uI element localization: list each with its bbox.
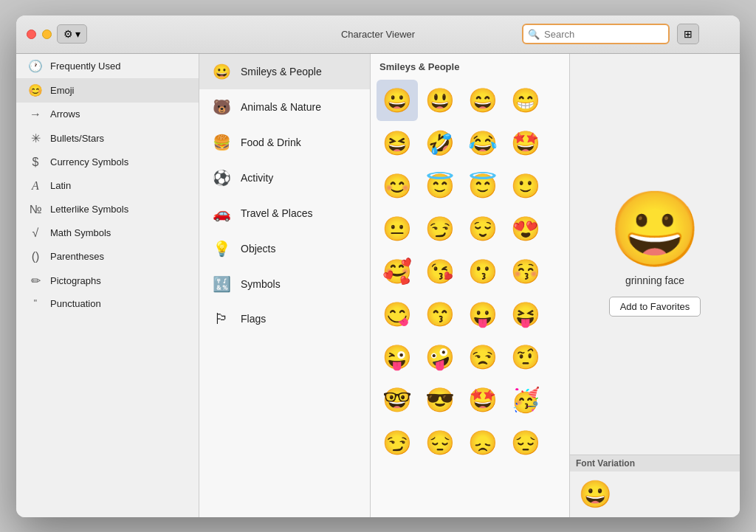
subcategory-label: Objects — [241, 243, 275, 255]
emoji-cell[interactable]: 😔 — [505, 422, 546, 463]
emoji-cell[interactable]: 😙 — [419, 294, 461, 335]
emoji-cell[interactable]: 🤨 — [505, 336, 546, 378]
subcategory-symbols[interactable]: 🔣 Symbols — [199, 266, 370, 302]
sidebar-item-parentheses[interactable]: () Parentheses — [16, 245, 199, 269]
latin-icon: A — [28, 179, 43, 193]
pictographs-icon: ✏ — [28, 274, 43, 288]
sidebar-item-pictographs[interactable]: ✏ Pictographs — [16, 269, 199, 293]
subcategory-label: Activity — [241, 172, 273, 184]
emoji-cell[interactable]: 😚 — [505, 251, 546, 292]
emoji-cell[interactable]: 😛 — [462, 294, 504, 335]
emoji-cell[interactable]: 😞 — [462, 422, 504, 463]
minimize-button[interactable] — [42, 30, 52, 39]
detail-emoji-name: grinning face — [625, 274, 684, 286]
emoji-cell[interactable]: 🤣 — [419, 122, 461, 164]
sidebar-item-emoji[interactable]: 😊 Emoji — [16, 78, 199, 103]
emoji-cell[interactable]: 😁 — [505, 80, 546, 121]
emoji-cell[interactable]: 😄 — [462, 80, 504, 121]
sidebar: 🕐 Frequently Used 😊 Emoji → Arrows ✳ Bul… — [16, 54, 199, 517]
food-icon: 🍔 — [211, 134, 232, 151]
subcategory-label: Travel & Places — [241, 207, 313, 219]
emoji-cell[interactable]: 🙂 — [505, 165, 546, 207]
emoji-cell[interactable]: 🤪 — [419, 336, 461, 378]
sidebar-item-label: Latin — [50, 180, 71, 191]
sidebar-item-math-symbols[interactable]: √ Math Symbols — [16, 221, 199, 245]
subcategory-panel: 😀 Smileys & People 🐻 Animals & Nature 🍔 … — [199, 54, 371, 517]
sidebar-item-letterlike-symbols[interactable]: № Letterlike Symbols — [16, 198, 199, 221]
flags-icon: 🏳 — [211, 311, 232, 328]
sidebar-item-frequently-used[interactable]: 🕐 Frequently Used — [16, 54, 199, 78]
sidebar-item-label: Letterlike Symbols — [50, 204, 128, 215]
emoji-cell[interactable]: 😜 — [377, 336, 418, 378]
emoji-cell[interactable]: 😆 — [377, 122, 418, 164]
subcategory-activity[interactable]: ⚽ Activity — [199, 160, 370, 196]
grid-icon: ⊞ — [684, 28, 693, 40]
punctuation-icon: " — [28, 298, 43, 308]
math-icon: √ — [28, 227, 43, 240]
detail-panel: 😀 grinning face Add to Favorites Font Va… — [570, 54, 740, 517]
letterlike-icon: № — [28, 203, 43, 216]
emoji-cell[interactable]: 😒 — [462, 336, 504, 378]
emoji-cell[interactable]: 😔 — [419, 422, 461, 463]
bullets-icon: ✳ — [28, 131, 43, 145]
sidebar-item-punctuation[interactable]: " Punctuation — [16, 293, 199, 314]
emoji-cell[interactable]: 🤩 — [462, 379, 504, 421]
emoji-cell[interactable]: 😏 — [419, 208, 461, 249]
sidebar-item-label: Parentheses — [50, 251, 104, 262]
emoji-cell[interactable]: 😂 — [462, 122, 504, 164]
sidebar-item-label: Pictographs — [50, 275, 101, 286]
titlebar: ⚙ ▾ Character Viewer 🔍 ⊞ — [16, 15, 740, 54]
activity-icon: ⚽ — [211, 169, 232, 187]
subcategory-label: Flags — [241, 313, 266, 325]
subcategory-label: Animals & Nature — [241, 101, 321, 113]
emoji-cell[interactable]: 🤓 — [377, 379, 418, 421]
emoji-cell[interactable]: 😘 — [419, 251, 461, 292]
main-content: 🕐 Frequently Used 😊 Emoji → Arrows ✳ Bul… — [16, 54, 740, 517]
emoji-cell[interactable]: 😝 — [505, 294, 546, 335]
add-to-favorites-button[interactable]: Add to Favorites — [609, 297, 701, 317]
emoji-cell[interactable]: 😐 — [377, 208, 418, 249]
font-variation-title: Font Variation — [570, 455, 740, 471]
subcategory-animals-nature[interactable]: 🐻 Animals & Nature — [199, 89, 370, 125]
sidebar-item-currency-symbols[interactable]: $ Currency Symbols — [16, 151, 199, 174]
emoji-cell[interactable]: 😊 — [377, 165, 418, 207]
emoji-cell[interactable]: 😎 — [419, 379, 461, 421]
character-viewer-window: ⚙ ▾ Character Viewer 🔍 ⊞ 🕐 Frequently Us… — [16, 15, 740, 517]
smileys-icon: 😀 — [211, 63, 232, 80]
subcategory-label: Food & Drink — [241, 137, 301, 148]
detail-emoji-large: 😀 — [609, 192, 701, 266]
emoji-cell[interactable]: 😀 — [377, 80, 418, 121]
subcategory-objects[interactable]: 💡 Objects — [199, 231, 370, 266]
sidebar-item-arrows[interactable]: → Arrows — [16, 103, 199, 126]
emoji-section-title: Smileys & People — [371, 54, 569, 77]
font-variation-emoji[interactable]: 😀 — [579, 479, 731, 510]
subcategory-food-drink[interactable]: 🍔 Food & Drink — [199, 125, 370, 160]
grid-view-button[interactable]: ⊞ — [677, 24, 699, 44]
emoji-cell[interactable]: 😍 — [505, 208, 546, 249]
sidebar-item-label: Currency Symbols — [50, 156, 128, 167]
emoji-cell[interactable]: 🥳 — [505, 379, 546, 421]
sidebar-item-label: Arrows — [50, 108, 80, 120]
travel-icon: 🚗 — [211, 204, 232, 222]
emoji-grid-panel: Smileys & People 😀 😃 😄 😁 😆 🤣 😂 🤩 😊 😇 😇 🙂… — [371, 54, 570, 517]
gear-menu-button[interactable]: ⚙ ▾ — [57, 24, 87, 44]
emoji-cell[interactable]: 😇 — [462, 165, 504, 207]
emoji-cell[interactable]: 😌 — [462, 208, 504, 249]
subcategory-travel-places[interactable]: 🚗 Travel & Places — [199, 196, 370, 231]
subcategory-flags[interactable]: 🏳 Flags — [199, 302, 370, 336]
subcategory-label: Symbols — [241, 278, 281, 290]
close-button[interactable] — [27, 30, 36, 39]
search-input[interactable] — [522, 24, 670, 44]
sidebar-item-bullets-stars[interactable]: ✳ Bullets/Stars — [16, 126, 199, 151]
sidebar-item-latin[interactable]: A Latin — [16, 174, 199, 198]
subcategory-smileys-people[interactable]: 😀 Smileys & People — [199, 54, 370, 89]
currency-icon: $ — [28, 156, 43, 169]
emoji-cell[interactable]: 😗 — [462, 251, 504, 292]
emoji-cell[interactable]: 😃 — [419, 80, 461, 121]
emoji-cell[interactable]: 😇 — [419, 165, 461, 207]
emoji-cell[interactable]: 🤩 — [505, 122, 546, 164]
emoji-cell[interactable]: 😏 — [377, 422, 418, 463]
emoji-cell[interactable]: 🥰 — [377, 251, 418, 292]
emoji-cell[interactable]: 😋 — [377, 294, 418, 335]
search-icon: 🔍 — [528, 29, 540, 40]
